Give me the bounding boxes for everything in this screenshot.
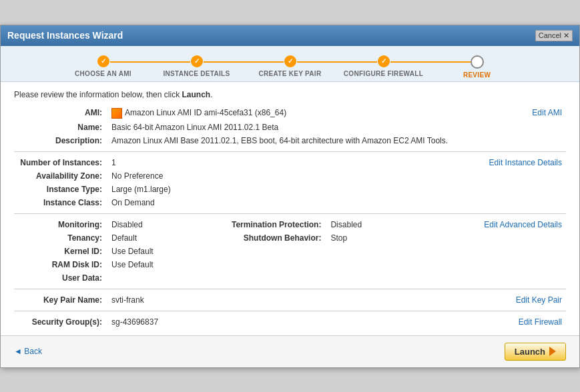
monitoring-value: Disabled	[107, 218, 228, 231]
ram-disk-id-value: Use Default	[107, 258, 228, 271]
firewall-section: Security Group(s): sg-43696837 Edit Fire…	[14, 315, 566, 329]
intro-text: Please review the information below, the…	[14, 90, 566, 99]
step-label-1: CHOOSE AN AMI	[75, 70, 131, 77]
num-instances-label: Number of Instances:	[14, 156, 107, 169]
monitoring-label: Monitoring:	[14, 218, 107, 231]
key-pair-name-value: svti-frank	[107, 293, 303, 307]
wizard-window: Request Instances Wizard Cancel ✕ ✓ CHOO…	[0, 25, 580, 368]
num-instances-value: 1	[107, 156, 316, 169]
description-value: Amazon Linux AMI Base 2011.02.1, EBS boo…	[107, 134, 521, 147]
step-label-4: CONFIGURE FIREWALL	[344, 70, 423, 77]
step-label-2: INSTANCE DETAILS	[164, 70, 230, 77]
key-pair-name-label: Key Pair Name:	[14, 293, 107, 307]
edit-ami-link[interactable]: Edit AMI	[532, 108, 562, 117]
cancel-button[interactable]: Cancel ✕	[535, 30, 573, 41]
ram-disk-id-label: RAM Disk ID:	[14, 258, 107, 271]
instance-section: Number of Instances: 1 Edit Instance Det…	[14, 156, 566, 209]
step-circle-3: ✓	[284, 55, 296, 67]
launch-arrow-icon	[549, 347, 556, 356]
back-button[interactable]: ◄ Back	[14, 347, 42, 356]
description-label: Description:	[14, 134, 107, 147]
edit-instance-link[interactable]: Edit Instance Details	[489, 158, 562, 167]
step-instance-details[interactable]: ✓ INSTANCE DETAILS	[150, 55, 244, 77]
step-review[interactable]: REVIEW	[430, 55, 524, 79]
ami-section: AMI: Amazon Linux AMI ID ami-45cefa31 (x…	[14, 106, 566, 147]
keypair-section: Key Pair Name: svti-frank Edit Key Pair	[14, 293, 566, 307]
ami-icon	[111, 108, 122, 119]
ami-value: Amazon Linux AMI ID ami-45cefa31 (x86_64…	[107, 106, 521, 121]
availability-zone-label: Availability Zone:	[14, 169, 107, 183]
user-data-label: User Data:	[14, 271, 107, 285]
instance-class-label: Instance Class:	[14, 196, 107, 209]
step-create-key-pair[interactable]: ✓ CREATE KEY PAIR	[244, 55, 337, 77]
tenancy-value: Default	[107, 231, 228, 245]
instance-class-value: On Demand	[107, 196, 316, 209]
steps-bar: ✓ CHOOSE AN AMI ✓ INSTANCE DETAILS ✓ CRE…	[1, 46, 579, 82]
advanced-section: Monitoring: Disabled Termination Protect…	[14, 218, 566, 285]
window-title: Request Instances Wizard	[7, 30, 123, 41]
main-content: Please review the information below, the…	[1, 82, 579, 335]
shutdown-behavior-value: Stop	[326, 231, 401, 245]
name-value: Basic 64-bit Amazon Linux AMI 2011.02.1 …	[107, 121, 521, 134]
kernel-id-label: Kernel ID:	[14, 245, 107, 258]
step-configure-firewall[interactable]: ✓ CONFIGURE FIREWALL	[337, 55, 430, 77]
step-circle-5	[471, 55, 484, 69]
kernel-id-value: Use Default	[107, 245, 228, 258]
footer: ◄ Back Launch	[1, 335, 579, 367]
close-icon: ✕	[563, 31, 569, 40]
availability-zone-value: No Preference	[107, 169, 316, 183]
step-label-3: CREATE KEY PAIR	[259, 70, 322, 77]
edit-advanced-link[interactable]: Edit Advanced Details	[484, 220, 562, 229]
instance-type-label: Instance Type:	[14, 183, 107, 196]
edit-keypair-link[interactable]: Edit Key Pair	[516, 295, 562, 305]
title-bar: Request Instances Wizard Cancel ✕	[1, 25, 579, 46]
step-circle-4: ✓	[378, 55, 390, 67]
step-choose-ami[interactable]: ✓ CHOOSE AN AMI	[57, 55, 150, 77]
user-data-value	[107, 271, 228, 285]
name-label: Name:	[14, 121, 107, 134]
edit-firewall-link[interactable]: Edit Firewall	[519, 317, 562, 327]
tenancy-label: Tenancy:	[14, 231, 107, 245]
launch-label: Launch	[515, 347, 545, 357]
ami-label: AMI:	[14, 106, 107, 121]
instance-type-value: Large (m1.large)	[107, 183, 316, 196]
security-groups-value: sg-43696837	[107, 315, 344, 329]
security-groups-label: Security Group(s):	[14, 315, 107, 329]
step-circle-1: ✓	[97, 55, 109, 67]
termination-protection-label: Termination Protection:	[228, 218, 326, 231]
step-circle-2: ✓	[191, 55, 203, 67]
step-label-5: REVIEW	[463, 71, 491, 79]
termination-protection-value: Disabled	[326, 218, 401, 231]
shutdown-behavior-label: Shutdown Behavior:	[228, 231, 326, 245]
launch-button[interactable]: Launch	[505, 343, 566, 361]
cancel-label: Cancel	[539, 31, 561, 39]
